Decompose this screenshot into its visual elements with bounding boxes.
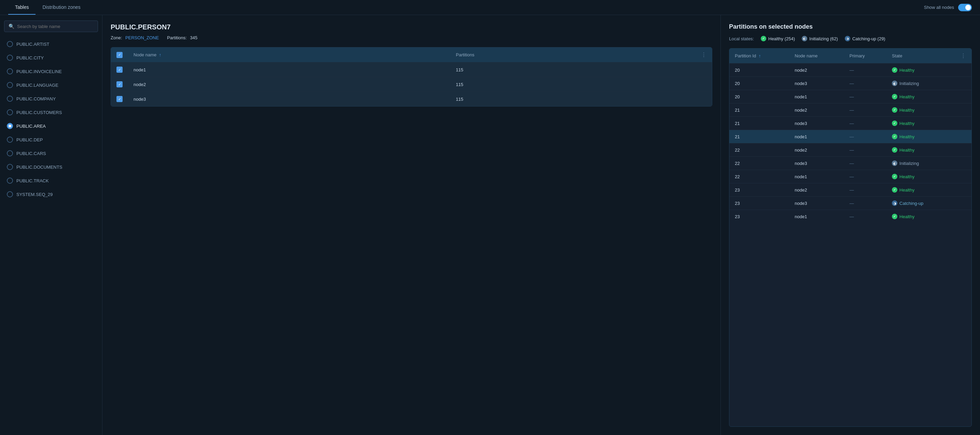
node-checkbox-1[interactable]: ✓ [116, 81, 123, 88]
partition-primary-cell: — [844, 64, 886, 77]
partition-id-cell: 22 [729, 170, 789, 183]
sort-icon[interactable]: ↑ [159, 52, 162, 57]
partition-node-cell: node1 [789, 210, 844, 223]
table-list: PUBLIC.ARTISTPUBLIC.CITYPUBLIC.INVOICELI… [4, 38, 98, 201]
nodes-row[interactable]: ✓ node3 115 [111, 92, 712, 107]
search-input[interactable] [17, 24, 94, 29]
radio-dep [7, 137, 13, 143]
sidebar-item-seq29[interactable]: SYSTEM.SEQ_29 [4, 188, 98, 201]
initializing-badge: Initializing (62) [802, 36, 838, 41]
sidebar-item-city[interactable]: PUBLIC.CITY [4, 51, 98, 64]
status-catching-up: Catching-up [892, 201, 950, 206]
partition-id-cell: 21 [729, 104, 789, 117]
page-title: PUBLIC.PERSON7 [111, 23, 712, 31]
table-label-area: PUBLIC.AREA [16, 124, 46, 129]
sidebar-item-track[interactable]: PUBLIC.TRACK [4, 174, 98, 187]
catching-up-icon [845, 36, 850, 41]
partition-node-cell: node2 [789, 183, 844, 197]
show-all-nodes-toggle[interactable] [958, 4, 972, 11]
nav-tabs: Tables Distribution zones [8, 0, 88, 15]
partition-id-cell: 20 [729, 77, 789, 90]
node-checkbox-0[interactable]: ✓ [116, 67, 123, 73]
node-partitions-cell: 115 [450, 92, 695, 107]
partition-row[interactable]: 22 node3 — Initializing [729, 157, 972, 170]
sidebar-item-cars[interactable]: PUBLIC.CARS [4, 147, 98, 160]
partition-sort-icon[interactable]: ↑ [759, 53, 761, 58]
partition-id-cell: 21 [729, 117, 789, 130]
table-label-company: PUBLIC.COMPANY [16, 96, 56, 101]
table-label-dep: PUBLIC.DEP [16, 137, 43, 142]
partition-row[interactable]: 20 node3 — Initializing [729, 77, 972, 90]
top-nav-right: Show all nodes [924, 4, 972, 11]
sidebar-item-language[interactable]: PUBLIC.LANGUAGE [4, 78, 98, 91]
search-icon: 🔍 [8, 24, 14, 29]
nodes-row[interactable]: ✓ node2 115 [111, 77, 712, 92]
partition-row[interactable]: 21 node2 — Healthy [729, 104, 972, 117]
status-initializing: Initializing [892, 161, 950, 166]
partition-node-cell: node3 [789, 117, 844, 130]
partition-primary-cell: — [844, 197, 886, 210]
partition-state-cell: Catching-up [886, 197, 955, 210]
partition-primary-cell: — [844, 157, 886, 170]
partition-primary-cell: — [844, 130, 886, 143]
sidebar-item-company[interactable]: PUBLIC.COMPANY [4, 92, 98, 105]
select-all-checkbox[interactable]: ✓ [116, 52, 123, 58]
partition-id-cell: 23 [729, 183, 789, 197]
partition-state-cell: Healthy [886, 210, 955, 223]
status-healthy: Healthy [892, 147, 950, 153]
partitions-table-more-icon[interactable]: ⋮ [961, 53, 966, 59]
nodes-row[interactable]: ✓ node1 115 [111, 62, 712, 77]
partition-row[interactable]: 23 node3 — Catching-up [729, 197, 972, 210]
status-healthy: Healthy [892, 134, 950, 139]
partition-row[interactable]: 23 node1 — Healthy [729, 210, 972, 223]
partition-node-cell: node3 [789, 197, 844, 210]
nodes-table-more-icon[interactable]: ⋮ [701, 52, 706, 58]
partition-row[interactable]: 23 node2 — Healthy [729, 183, 972, 197]
col-node-name-header2: Node name [789, 48, 844, 64]
partition-row[interactable]: 21 node1 — Healthy [729, 130, 972, 143]
node-name-cell: node1 [128, 62, 450, 77]
partition-row[interactable]: 20 node1 — Healthy [729, 90, 972, 104]
partition-id-cell: 23 [729, 210, 789, 223]
radio-seq29 [7, 191, 13, 198]
tab-tables[interactable]: Tables [8, 0, 35, 15]
partition-state-cell: Healthy [886, 143, 955, 157]
partition-primary-cell: — [844, 170, 886, 183]
sidebar-item-area[interactable]: PUBLIC.AREA [4, 120, 98, 132]
sidebar-item-artist[interactable]: PUBLIC.ARTIST [4, 38, 98, 51]
partition-primary-cell: — [844, 104, 886, 117]
radio-documents [7, 164, 13, 170]
table-label-city: PUBLIC.CITY [16, 55, 44, 61]
col-node-name-header: Node name ↑ [128, 48, 450, 62]
partition-node-cell: node3 [789, 77, 844, 90]
radio-language [7, 82, 13, 88]
partition-state-cell: Healthy [886, 170, 955, 183]
nodes-table-container: ✓ Node name ↑ Partitions ⋮ [111, 47, 712, 107]
radio-track [7, 178, 13, 184]
partition-row[interactable]: 20 node2 — Healthy [729, 64, 972, 77]
zone-info: Zone: PERSON_ZONE Partitions: 345 [111, 35, 712, 40]
partitions-table-container: Partition Id ↑ Node name Primary State [729, 48, 972, 427]
col-partition-id-header: Partition Id ↑ [729, 48, 789, 64]
partition-row[interactable]: 22 node2 — Healthy [729, 143, 972, 157]
partitions-table: Partition Id ↑ Node name Primary State [729, 48, 972, 223]
partitions-label: Partitions: 345 [167, 35, 197, 40]
search-box[interactable]: 🔍 [4, 21, 98, 32]
panel-title: Partitions on selected nodes [729, 23, 972, 30]
status-healthy: Healthy [892, 107, 950, 113]
partition-row[interactable]: 21 node3 — Healthy [729, 117, 972, 130]
partition-primary-cell: — [844, 90, 886, 104]
node-checkbox-2[interactable]: ✓ [116, 96, 123, 102]
sidebar-item-invoiceline[interactable]: PUBLIC.INVOICELINE [4, 65, 98, 78]
tab-distribution-zones[interactable]: Distribution zones [35, 0, 87, 15]
partition-row[interactable]: 22 node1 — Healthy [729, 170, 972, 183]
partition-primary-cell: — [844, 143, 886, 157]
partition-primary-cell: — [844, 210, 886, 223]
sidebar-item-dep[interactable]: PUBLIC.DEP [4, 133, 98, 146]
partition-id-cell: 21 [729, 130, 789, 143]
partition-state-cell: Initializing [886, 157, 955, 170]
table-label-seq29: SYSTEM.SEQ_29 [16, 192, 52, 197]
partition-node-cell: node2 [789, 143, 844, 157]
sidebar-item-documents[interactable]: PUBLIC.DOCUMENTS [4, 161, 98, 174]
sidebar-item-customers[interactable]: PUBLIC.CUSTOMERS [4, 106, 98, 119]
